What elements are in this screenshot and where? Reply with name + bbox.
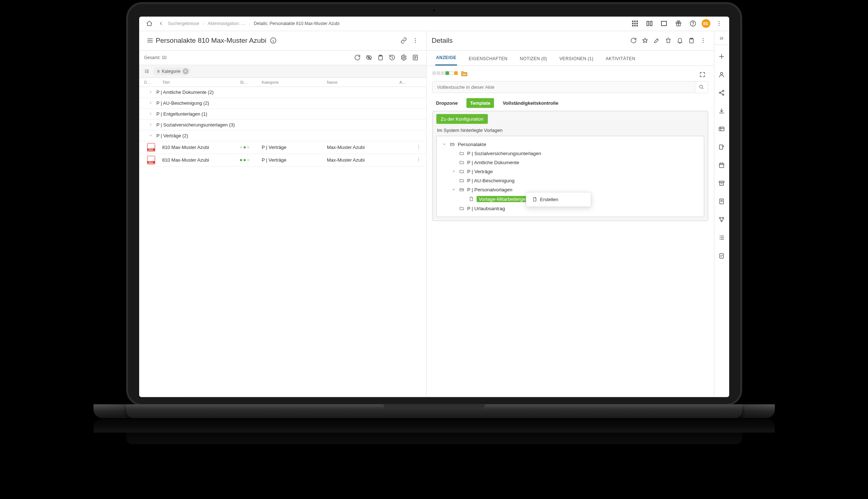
svg-point-16	[418, 145, 419, 146]
tree-row[interactable]: P | Amtliche Dokumente	[439, 158, 702, 167]
doc-title: 810 Max-Muster Azubi	[162, 145, 240, 150]
table-row[interactable]: 810 Max-Muster Azubi P | Verträge Max-Mu…	[139, 141, 427, 154]
page-title: Personalakte 810 Max-Muster Azubi	[156, 37, 266, 45]
tree-row[interactable]: Vorlage-Mitarbeitergespraech.docx Erstel…	[439, 194, 702, 204]
tab-aktivitaeten[interactable]: AKTIVITÄTEN	[605, 51, 636, 65]
list-icon[interactable]	[715, 231, 728, 244]
form-icon[interactable]	[410, 52, 421, 63]
table-row[interactable]: 810 Max-Muster Azubi P | Verträge Max-Mu…	[139, 154, 427, 166]
paste-icon[interactable]	[686, 35, 697, 46]
breadcrumb: Suchergebnisse › Aktennavigation: … › De…	[167, 21, 629, 26]
fullscreen-icon[interactable]	[697, 68, 708, 80]
info-icon[interactable]	[270, 37, 277, 44]
col-header[interactable]: D…	[144, 80, 162, 84]
office-icon[interactable]	[715, 195, 728, 208]
collapse-rail-icon[interactable]	[714, 32, 729, 45]
chevron-right-icon[interactable]	[149, 101, 153, 105]
chevron-down-icon[interactable]	[451, 187, 456, 192]
svg-rect-32	[719, 127, 724, 131]
bell-icon[interactable]	[674, 35, 686, 46]
search-icon[interactable]	[695, 81, 708, 92]
user-icon[interactable]	[715, 68, 728, 81]
svg-rect-34	[719, 163, 724, 167]
chevron-right-icon[interactable]	[451, 169, 456, 174]
col-header[interactable]: Name	[327, 80, 399, 84]
refresh-icon[interactable]	[352, 52, 363, 63]
search-input[interactable]	[433, 81, 695, 92]
refresh-icon[interactable]	[628, 35, 639, 46]
tree-row[interactable]: P | Verträge	[439, 167, 702, 176]
tree-row[interactable]: P | Sozialversicherungsunterlagen	[439, 149, 702, 158]
details-title: Details	[432, 37, 453, 45]
config-button[interactable]: Zu der Konfiguration	[436, 114, 488, 124]
group-row[interactable]: P | Verträge (2)	[139, 130, 427, 141]
tree-row[interactable]: Personalakte	[439, 140, 702, 149]
chevron-right-icon[interactable]	[149, 122, 153, 127]
delete-icon[interactable]	[663, 35, 674, 46]
subtab-dropzone[interactable]: Dropzone	[432, 98, 461, 108]
menu-icon[interactable]	[144, 35, 156, 46]
chevron-down-icon[interactable]	[442, 142, 447, 146]
gear-icon[interactable]	[398, 52, 410, 63]
edit-icon[interactable]	[651, 35, 663, 46]
export-icon[interactable]	[715, 140, 728, 153]
tab-anzeige[interactable]: ANZEIGE	[435, 50, 457, 65]
col-header[interactable]: Kategorie	[262, 80, 327, 84]
subtab-vollstaendigkeit[interactable]: Vollständigkeitskontrolle	[499, 98, 562, 108]
col-header[interactable]: A…	[399, 80, 421, 84]
folder-open-icon	[459, 187, 464, 192]
details-pane: Details ANZEIGE EIGENSCHA	[427, 31, 714, 397]
laptop-mockup: Suchergebnisse › Aktennavigation: … › De…	[126, 2, 742, 444]
home-icon[interactable]	[144, 18, 155, 29]
clear-filter-icon[interactable]: ✕	[183, 68, 188, 74]
data-grid-icon[interactable]	[715, 122, 728, 135]
dual-pane-icon[interactable]	[644, 18, 655, 29]
single-pane-icon[interactable]	[658, 18, 670, 29]
back-icon[interactable]	[155, 18, 167, 29]
archive-icon[interactable]	[715, 176, 728, 190]
subtab-template[interactable]: Template	[466, 98, 494, 108]
tree-row[interactable]: P | Urlaubsantrag	[439, 204, 702, 213]
visibility-off-icon[interactable]	[363, 52, 375, 63]
workflow-icon[interactable]	[715, 213, 728, 226]
more-vert-icon[interactable]	[410, 35, 421, 46]
chevron-right-icon[interactable]	[149, 90, 153, 94]
tab-versionen[interactable]: VERSIONEN (1)	[558, 51, 594, 65]
share-icon[interactable]	[715, 86, 728, 99]
apps-icon[interactable]	[629, 18, 641, 29]
svg-rect-33	[719, 145, 723, 149]
download-icon[interactable]	[715, 104, 728, 117]
columns-icon[interactable]	[144, 68, 149, 74]
help-icon[interactable]	[687, 18, 699, 29]
history-icon[interactable]	[386, 52, 398, 63]
col-header[interactable]: St…	[240, 80, 262, 84]
more-vert-icon[interactable]	[697, 35, 709, 46]
gift-icon[interactable]	[673, 18, 684, 29]
more-vert-icon[interactable]	[416, 144, 421, 149]
tab-notizen[interactable]: NOTIZEN (0)	[519, 51, 548, 65]
breadcrumb-item[interactable]: Aktennavigation: …	[208, 21, 245, 26]
more-vert-icon[interactable]	[416, 157, 421, 162]
status-strip	[427, 66, 714, 79]
task-icon[interactable]	[715, 249, 728, 262]
filter-chip-kategorie[interactable]: ≡ Kategorie ✕	[153, 67, 191, 75]
group-row[interactable]: P | Amtliche Dokumente (2)	[139, 87, 427, 97]
context-menu-item[interactable]: Erstellen	[528, 194, 589, 204]
chevron-right-icon[interactable]	[149, 112, 153, 116]
breadcrumb-item[interactable]: Suchergebnisse	[168, 21, 199, 26]
avatar[interactable]: BE	[702, 19, 710, 28]
tab-eigenschaften[interactable]: EIGENSCHAFTEN	[468, 51, 508, 65]
paste-icon[interactable]	[375, 52, 386, 63]
star-icon[interactable]	[639, 35, 651, 46]
more-vert-icon[interactable]	[713, 18, 725, 29]
tree-row[interactable]: P | AU-Bescheinigung	[439, 176, 702, 185]
col-header[interactable]: Titel	[162, 80, 240, 84]
svg-point-14	[403, 57, 405, 59]
link-icon[interactable]	[398, 35, 410, 46]
group-row[interactable]: P | Sozialversicherungsunterlagen (3)	[139, 119, 427, 130]
group-row[interactable]: P | AU-Bescheinigung (2)	[139, 97, 427, 108]
add-icon[interactable]	[715, 50, 728, 63]
chevron-down-icon[interactable]	[149, 133, 153, 138]
group-row[interactable]: P | Entgeltunterlagen (1)	[139, 108, 427, 119]
calendar-icon[interactable]	[715, 158, 728, 171]
